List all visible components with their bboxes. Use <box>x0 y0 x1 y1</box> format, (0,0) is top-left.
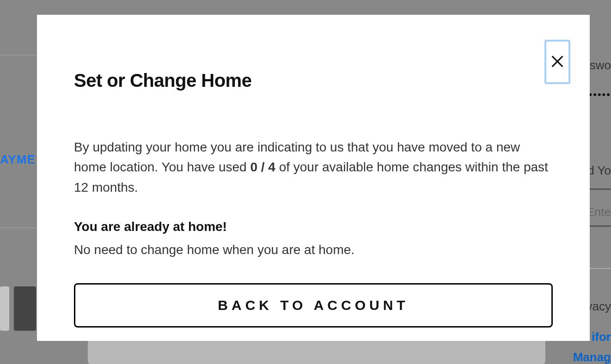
modal-title: Set or Change Home <box>74 70 553 91</box>
close-button[interactable] <box>544 40 570 84</box>
modal-body-text: By updating your home you are indicating… <box>74 137 553 197</box>
modal-overlay: Set or Change Home By updating your home… <box>0 0 611 364</box>
back-button-label: BACK TO ACCOUNT <box>218 297 409 313</box>
modal-usage-count: 0 / 4 <box>250 160 275 174</box>
close-icon <box>550 54 565 71</box>
set-home-modal: Set or Change Home By updating your home… <box>37 15 590 341</box>
modal-subtitle: You are already at home! <box>74 219 553 234</box>
back-to-account-button[interactable]: BACK TO ACCOUNT <box>74 283 553 328</box>
modal-subtext: No need to change home when you are at h… <box>74 243 553 257</box>
